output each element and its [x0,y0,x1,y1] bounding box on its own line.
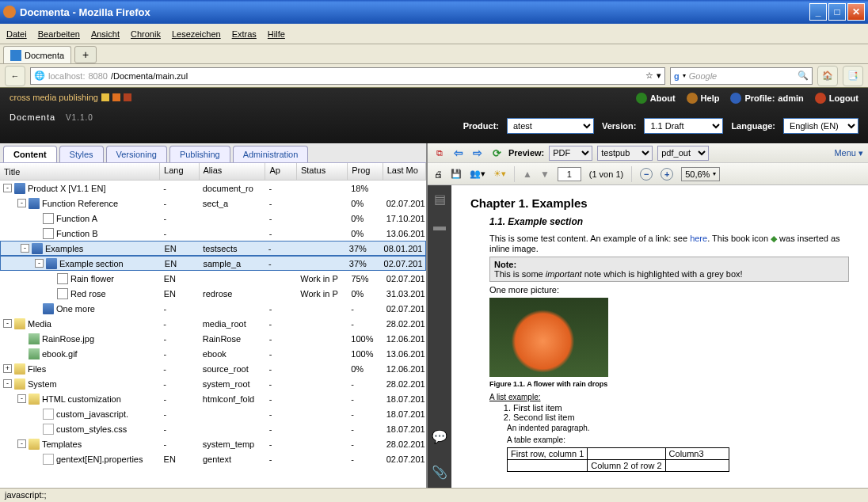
profile-link[interactable]: Profile: admin [730,93,803,104]
save-icon[interactable]: 💾 [451,169,462,179]
search-icon[interactable]: 🔍 [798,70,809,81]
page-number-input[interactable] [558,167,581,181]
tree-row[interactable]: -Templates-system_temp--28.02.201 [0,436,426,451]
browser-menu-item[interactable]: Datei [6,29,27,39]
product-select[interactable]: atest [507,118,594,134]
expand-icon[interactable]: - [21,244,29,253]
tree-row[interactable]: custom_styles.css---18.07.201 [0,421,426,436]
tree-row[interactable]: RainRose.jpg-RainRose-100%12.06.201 [0,331,426,346]
new-tab-button[interactable]: + [74,46,97,63]
next-button[interactable]: ⇨ [470,146,485,160]
refresh-button[interactable]: ⟳ [489,146,504,160]
link[interactable]: here [690,234,707,243]
search-box[interactable]: g▾ Google 🔍 [670,67,813,85]
column-header[interactable]: Last Mo [383,163,426,180]
tree-row[interactable]: -HTML customization-htmlconf_fold--18.07… [0,391,426,406]
column-header[interactable]: Lang [160,163,199,180]
tree-row[interactable]: -Product X [V1.1 EN]-document_ro-18% [0,181,426,196]
tree-row[interactable]: Function A--0%17.10.201 [0,211,426,226]
preview-format-select[interactable]: PDF [549,146,592,161]
language-select[interactable]: English (EN) [783,118,858,134]
comments-icon[interactable]: 💬 [432,429,447,444]
tree-row[interactable]: -System-system_root--28.02.201 [0,376,426,391]
book-icon [46,258,57,269]
column-header[interactable]: Title [0,163,160,180]
tree-row[interactable]: +Files-source_root-0%12.06.201 [0,361,426,376]
tree-row[interactable]: -Example sectionENsample_a-37%02.07.201 [0,256,426,271]
tree-row[interactable]: ebook.gif-ebook-100%13.06.201 [0,346,426,361]
expand-icon[interactable]: - [3,184,12,192]
page-down-icon[interactable]: ▼ [540,169,550,180]
highlight-icon[interactable]: ☀▾ [493,169,506,179]
about-link[interactable]: About [636,93,676,104]
cell-prog: - [348,394,383,404]
print-icon[interactable]: 🖨 [434,169,443,179]
tab-administration[interactable]: Administration [233,146,309,162]
preview-out-select[interactable]: pdf_out [657,146,709,161]
dropdown-icon[interactable]: ▾ [657,70,661,81]
browser-menu-item[interactable]: Hilfe [268,29,285,39]
prev-button[interactable]: ⇦ [451,146,466,160]
share-icon[interactable]: 👥▾ [470,169,485,179]
tree-row[interactable]: custom_javascript.---18.07.201 [0,406,426,421]
tab-styles[interactable]: Styles [59,146,104,162]
preview-pub-select[interactable]: testpub [597,146,653,161]
browser-menu-item[interactable]: Bearbeiten [38,29,80,39]
thumbnails-icon[interactable]: ▤ [434,192,446,207]
browser-menu-item[interactable]: Lesezeichen [172,29,221,39]
expand-icon[interactable]: - [3,319,12,328]
tree-row[interactable]: Function B--0%13.06.201 [0,226,426,241]
expand-icon[interactable]: - [35,259,44,268]
cell-ap: - [266,349,298,359]
help-link[interactable]: Help [687,93,720,104]
cell-ap: - [266,199,298,208]
tree-row[interactable]: One more---02.07.201 [0,301,426,316]
row-title: Templates [42,439,82,449]
tab-content[interactable]: Content [3,146,57,162]
maximize-button[interactable]: □ [828,3,846,21]
expand-icon[interactable]: - [17,199,26,207]
close-button[interactable]: ✕ [847,3,865,21]
pdf-page[interactable]: Chapter 1. Examples 1.1. Example section… [451,185,868,488]
star-icon[interactable]: ☆ [645,70,653,81]
attach-icon[interactable]: 📎 [432,465,447,480]
grid-body[interactable]: -Product X [V1.1 EN]-document_ro-18%-Fun… [0,181,426,488]
browser-menu-item[interactable]: Extras [232,29,257,39]
expand-icon[interactable]: - [17,439,26,448]
home-button[interactable]: 🏠 [817,66,838,86]
tree-row[interactable]: gentext[EN].propertiesENgentext--02.07.2… [0,451,426,466]
column-header[interactable]: Alias [200,163,266,180]
menu-link[interactable]: Menu ▾ [834,148,863,158]
expand-icon[interactable]: - [17,394,26,403]
url-field[interactable]: 🌐 localhost:8080/Docmenta/main.zul ☆ ▾ [30,67,665,85]
column-header[interactable]: Ap [265,163,297,180]
tab-publishing[interactable]: Publishing [169,146,230,162]
dropdown-icon[interactable]: ▾ [683,72,686,79]
pdf-icon[interactable]: ⧉ [432,146,447,160]
cell-ap: - [265,244,296,253]
column-header[interactable]: Status [297,163,348,180]
tree-row[interactable]: -Function Reference-sect_a-0%02.07.201 [0,196,426,211]
bookmarks-button[interactable]: 📑 [843,66,863,86]
expand-icon[interactable]: + [3,364,12,373]
tab-versioning[interactable]: Versioning [106,146,167,162]
page-up-icon[interactable]: ▲ [523,169,532,180]
zoom-out-button[interactable]: − [640,168,653,181]
column-header[interactable]: Prog [348,163,383,180]
browser-menu-item[interactable]: Chronik [131,29,161,39]
browser-tab[interactable]: Docmenta [3,46,71,63]
expand-icon[interactable]: - [3,379,12,388]
version-select[interactable]: 1.1 Draft [644,118,723,134]
minimize-button[interactable]: _ [809,3,827,21]
tree-row[interactable]: -ExamplesENtestsects-37%08.01.201 [0,241,426,256]
tree-row[interactable]: Red roseENredroseWork in P0%31.03.201 [0,286,426,301]
tree-row[interactable]: -Media-media_root--28.02.201 [0,316,426,331]
zoom-in-button[interactable]: + [661,168,673,181]
cell-prog: 37% [346,244,381,253]
zoom-select[interactable]: 50,6% ▾ [681,167,720,181]
bookmarks-icon[interactable]: ▬ [433,219,446,234]
browser-menu-item[interactable]: Ansicht [91,29,120,39]
back-button[interactable]: ← [5,66,25,86]
logout-link[interactable]: Logout [815,93,858,104]
tree-row[interactable]: Rain flowerENWork in P75%02.07.201 [0,271,426,286]
